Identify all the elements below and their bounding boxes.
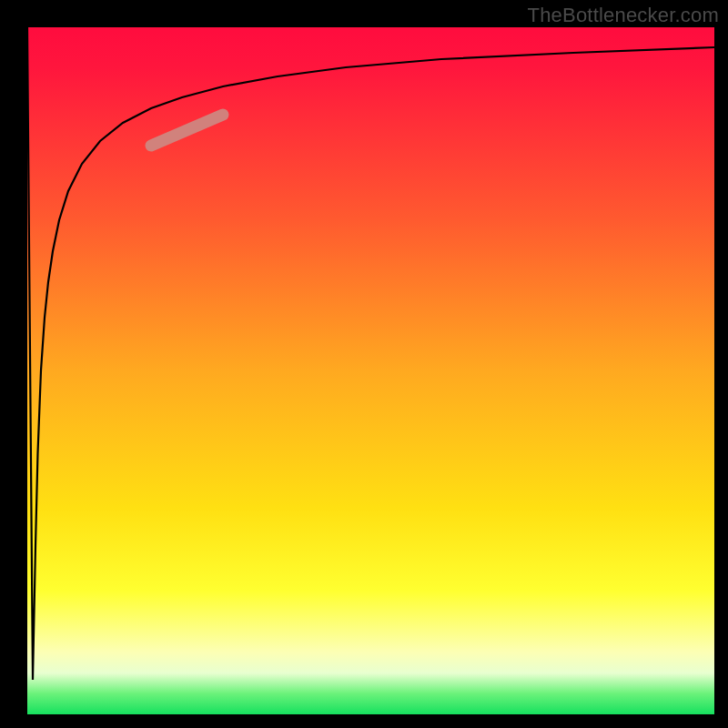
attribution-text: TheBottlenecker.com bbox=[528, 4, 719, 27]
bottleneck-curve bbox=[27, 27, 714, 680]
highlight-segment bbox=[151, 115, 223, 146]
curve-layer bbox=[27, 27, 714, 714]
chart-stage: TheBottlenecker.com bbox=[0, 0, 728, 728]
plot-area bbox=[27, 27, 714, 714]
